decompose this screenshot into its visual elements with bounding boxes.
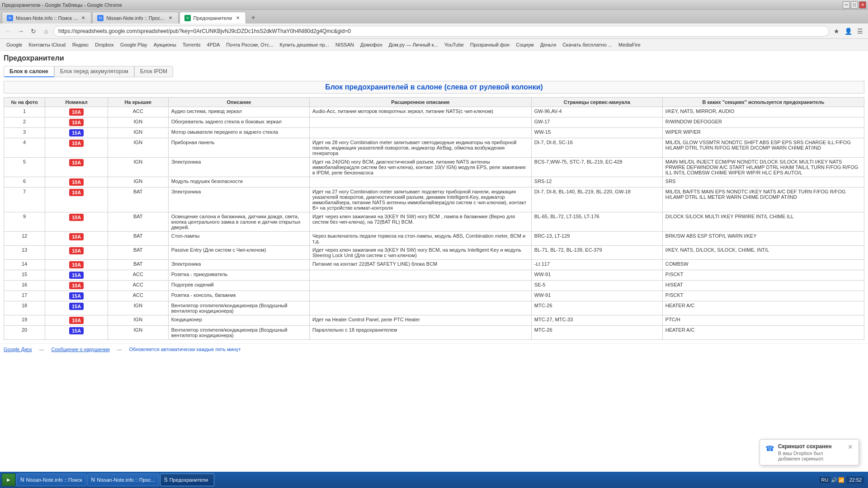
table-row: 1210ABATСтоп-лампыЧерез выключатель педа… (4, 232, 864, 246)
cell-usage: MAIN MIL/DL INJECT ECM/PW NONDTC D/LOCK … (662, 158, 864, 177)
bookmark-10[interactable]: NISSAN (333, 41, 357, 48)
home-button[interactable]: ⌂ (41, 26, 52, 37)
cell-ext-desc (310, 128, 532, 138)
sheet-tab-0[interactable]: Блок в салоне (4, 66, 54, 77)
cell-ext-desc: Идет на 24(IGN) ногу BCM, диагностически… (310, 158, 532, 177)
cell-usage: MIL/DL BA/FTS MAIN EPS NONDTC I/KEY NATS… (662, 188, 864, 212)
bookmark-1[interactable]: Контакты iCloud (26, 41, 68, 48)
tab-1-close[interactable]: ✕ (80, 15, 86, 21)
tab-2-close[interactable]: ✕ (167, 15, 174, 21)
cell-cover: IGN (108, 315, 168, 326)
sheet-footer: Google Диск — Сообщение о нарушении — Об… (0, 343, 868, 355)
back-button[interactable]: ← (3, 26, 14, 37)
cell-nom: 10A (45, 281, 108, 291)
cell-num: 3 (4, 128, 45, 138)
taskbar-item-1[interactable]: N Nissan-Note.info :: Поиск (16, 474, 86, 486)
maximize-button[interactable]: □ (851, 1, 858, 9)
bookmark-12[interactable]: Дом.ру — Личный к... (386, 41, 441, 48)
cell-nom: 15A (45, 301, 108, 315)
cell-ext-desc (310, 270, 532, 281)
bookmark-9[interactable]: Купить дешевые пр... (277, 41, 331, 48)
new-tab-button[interactable]: + (247, 12, 259, 23)
cell-cover: IGN (108, 158, 168, 177)
bookmark-14[interactable]: Прозрачный фон (467, 41, 512, 48)
bookmark-8[interactable]: Почта России, Отс... (223, 41, 276, 48)
cell-desc: Розетка - консоль, багажник (168, 291, 309, 301)
browser-window: Предохранители - Google Таблицы - Google… (0, 0, 868, 472)
taskbar-item-1-label: Nissan-Note.info :: Поиск (26, 477, 82, 483)
cell-cover: ACC (108, 281, 168, 291)
bookmark-15[interactable]: Социум (513, 41, 536, 48)
tray-volume-icon: 🔊 (831, 477, 837, 483)
fuse-badge: 15A (69, 129, 84, 136)
tab-3-close[interactable]: ✕ (235, 15, 241, 21)
bookmark-6[interactable]: Torrents (180, 41, 203, 48)
bookmark-13[interactable]: YouTube (442, 41, 467, 48)
minimize-button[interactable]: ─ (843, 1, 850, 9)
sheet-tab-1[interactable]: Блок перед аккумулятором (54, 66, 134, 77)
footer-link-violation[interactable]: Сообщение о нарушении (51, 347, 109, 352)
cell-num: 14 (4, 260, 45, 270)
footer-link-drive[interactable]: Google Диск (4, 347, 32, 352)
close-button[interactable]: ✕ (859, 1, 866, 9)
cell-desc: Passive Entry (Для систем с Чип-ключом) (168, 246, 309, 260)
cell-nom: 10A (45, 117, 108, 128)
toast-body: В ваш Dropbox был добавлен скриншот. (778, 450, 844, 461)
nav-bar: ← → ↻ ⌂ https://spreadsheets.google.com/… (0, 23, 868, 39)
bookmark-17[interactable]: Скачать бесплатно ... (560, 41, 615, 48)
bookmark-4[interactable]: Google Play (118, 41, 150, 48)
cell-manual: GW-96,AV-4 (531, 107, 662, 117)
cell-num: 20 (4, 326, 45, 340)
tab-3-title: Предохранители (193, 15, 232, 21)
forward-button[interactable]: → (15, 26, 26, 37)
tab-3[interactable]: S Предохранители ✕ (179, 12, 246, 23)
bookmark-11[interactable]: Домофон (358, 41, 385, 48)
cell-usage: BRK/SW ABS ESP STOP/L WARN I/KEY (662, 232, 864, 246)
cell-cover: IGN (108, 117, 168, 128)
bookmark-7[interactable]: 4PDA (204, 41, 223, 48)
settings-button[interactable]: ☰ (854, 26, 865, 37)
fuse-badge: 10A (69, 108, 84, 116)
cell-num: 13 (4, 246, 45, 260)
reload-button[interactable]: ↻ (28, 26, 39, 37)
bookmark-button[interactable]: ★ (831, 26, 842, 37)
sheet-tab-2[interactable]: Блок IPDM (134, 66, 173, 77)
taskbar-left: ► N Nissan-Note.info :: Поиск N Nissan-N… (2, 474, 214, 486)
address-bar[interactable]: https://spreadsheets.google.com/spreadsh… (53, 26, 829, 37)
col-header-desc: Описание (168, 98, 309, 107)
bookmark-16[interactable]: Деньги (538, 41, 559, 48)
toast-close-button[interactable]: ✕ (848, 443, 853, 450)
table-row: 1610AACCПодогрев сиденийSE-5H/SEAT (4, 281, 864, 291)
taskbar-item-2[interactable]: N Nissan-Note.info :: Прос... (87, 474, 159, 486)
bookmark-2[interactable]: Яндекс (69, 41, 91, 48)
tab-2[interactable]: N Nissan-Note.info :: Проc... ✕ (92, 12, 178, 23)
cell-nom: 10A (45, 177, 108, 188)
cell-nom: 10A (45, 246, 108, 260)
bookmark-0[interactable]: Google (4, 41, 25, 48)
taskbar-item-3[interactable]: S Предохранители (160, 474, 214, 486)
cell-usage: MIL/DL GLOW VSSMTR NONDTC SHIFT ABS ESP … (662, 138, 864, 158)
cell-manual: BRC-13, LT-129 (531, 232, 662, 246)
cell-num: 1 (4, 107, 45, 117)
cell-usage: R/WINDOW DEFOGGER (662, 117, 864, 128)
table-row: 510AIGNЭлектроникаИдет на 24(IGN) ногу B… (4, 158, 864, 177)
fuse-badge: 15A (69, 272, 84, 279)
bookmark-5[interactable]: Аукционы (151, 41, 179, 48)
title-bar-left: Предохранители - Google Таблицы - Google… (2, 2, 122, 8)
start-button[interactable]: ► (2, 474, 15, 486)
cell-manual: MTC-26 (531, 301, 662, 315)
cell-desc: Вентилятор отопителя/кондиционера (Возду… (168, 326, 309, 340)
cell-desc: Вентилятор отопителя/кондиционера (Возду… (168, 301, 309, 315)
sheet-header: Предохранители (4, 54, 864, 62)
cell-usage: COMBSW (662, 260, 864, 270)
cell-num: 5 (4, 158, 45, 177)
person-button[interactable]: 👤 (843, 26, 854, 37)
fuse-badge: 15A (69, 327, 84, 334)
tab-1[interactable]: N Nissan-Note.info :: Поиск ... ✕ (2, 12, 91, 23)
bookmark-3[interactable]: Dropbox (92, 41, 117, 48)
data-table: № на фото Номинал На крышке Описание Рас… (4, 97, 864, 340)
cell-desc: Электроника (168, 158, 309, 177)
table-row: 710ABATЭлектроникаИдет на 27 ногу Combin… (4, 188, 864, 212)
title-bar: Предохранители - Google Таблицы - Google… (0, 0, 868, 10)
bookmark-18[interactable]: MediaFire (616, 41, 643, 48)
